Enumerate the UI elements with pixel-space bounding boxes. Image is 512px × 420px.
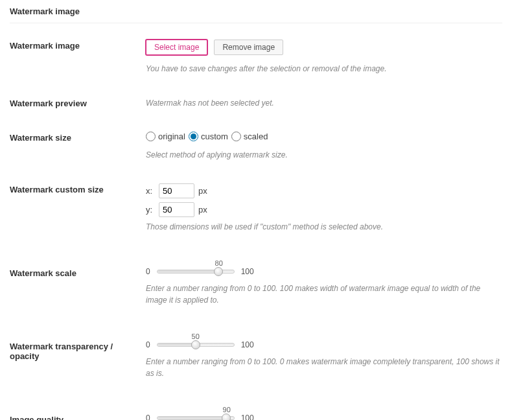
row-custom-size: Watermark custom size x: px y: px Those … (10, 183, 502, 233)
radio-size-original[interactable] (146, 132, 156, 141)
row-watermark-size: Watermark size original custom scaled Se… (10, 132, 502, 161)
label-custom-size: Watermark custom size (10, 183, 146, 233)
label-image-quality: Image quality (10, 402, 146, 420)
radio-label-scaled[interactable]: scaled (244, 132, 268, 141)
transparency-max: 100 (241, 340, 254, 349)
x-unit: px (198, 186, 207, 196)
label-watermark-size: Watermark size (10, 132, 146, 161)
scale-slider-thumb[interactable] (214, 267, 223, 276)
section-title: Watermark image (10, 6, 502, 23)
scale-min: 0 (146, 267, 150, 276)
y-unit: px (198, 205, 207, 215)
radio-size-custom[interactable] (189, 132, 198, 141)
help-custom-size: Those dimensions will be used if "custom… (146, 221, 502, 233)
quality-slider-thumb[interactable] (222, 414, 231, 420)
preview-text: Watermak has not been selected yet. (146, 97, 502, 109)
transparency-min: 0 (146, 340, 150, 349)
y-label: y: (146, 205, 155, 215)
input-custom-x[interactable] (159, 183, 194, 198)
quality-min: 0 (146, 414, 150, 420)
help-transparency: Enter a number ranging from 0 to 100. 0 … (146, 356, 502, 379)
transparency-value: 50 (192, 332, 200, 340)
label-watermark-image: Watermark image (10, 40, 146, 75)
scale-value: 80 (215, 259, 223, 267)
help-watermark-size: Select method of aplying watermark size. (146, 149, 502, 161)
input-custom-y[interactable] (159, 202, 194, 217)
quality-slider[interactable] (157, 416, 235, 420)
quality-value: 90 (223, 406, 231, 414)
transparency-slider-thumb[interactable] (191, 340, 200, 349)
row-watermark-preview: Watermark preview Watermak has not been … (10, 97, 502, 109)
radio-label-original[interactable]: original (158, 132, 185, 141)
help-watermark-image: You have to save changes after the selec… (146, 63, 502, 75)
row-watermark-scale: Watermark scale 0 80 100 Enter a number … (10, 255, 502, 306)
radio-label-custom[interactable]: custom (201, 132, 228, 141)
row-watermark-image: Watermark image Select image Remove imag… (10, 40, 502, 75)
radio-size-scaled[interactable] (231, 132, 241, 141)
scale-max: 100 (241, 267, 254, 276)
remove-image-button[interactable]: Remove image (214, 40, 283, 55)
select-image-button[interactable]: Select image (146, 40, 207, 55)
label-watermark-preview: Watermark preview (10, 97, 146, 109)
scale-slider[interactable] (157, 270, 235, 274)
label-watermark-scale: Watermark scale (10, 255, 146, 306)
row-transparency: Watermark transparency / opacity 0 50 10… (10, 329, 502, 379)
quality-max: 100 (241, 414, 254, 420)
transparency-slider[interactable] (157, 343, 235, 347)
label-transparency: Watermark transparency / opacity (10, 329, 146, 379)
help-watermark-scale: Enter a number ranging from 0 to 100. 10… (146, 283, 502, 306)
x-label: x: (146, 186, 155, 196)
row-image-quality: Image quality 0 90 100 Set output image … (10, 402, 502, 420)
